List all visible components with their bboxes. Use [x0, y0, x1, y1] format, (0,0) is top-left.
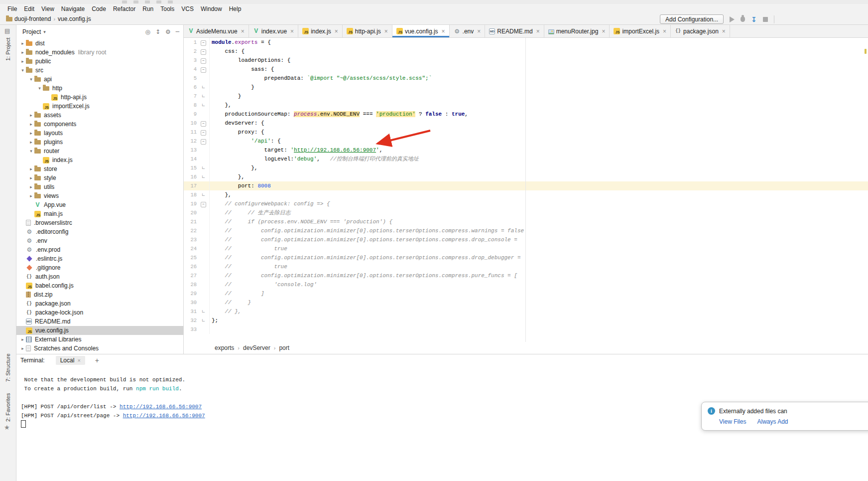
breadcrumb-devserver[interactable]: devServer [243, 344, 270, 351]
stop-icon[interactable] [763, 17, 768, 22]
menu-vcs[interactable]: VCS [178, 4, 197, 13]
fold-icon[interactable]: − [201, 49, 206, 55]
code-line-27[interactable]: 27 // config.optimization.minimizer[0].o… [184, 271, 868, 280]
close-terminal-tab-icon[interactable]: × [77, 357, 80, 363]
close-tab-icon[interactable]: × [241, 28, 245, 35]
menu-tools[interactable]: Tools [157, 4, 178, 13]
code-line-16[interactable]: 16 ∟ }, [184, 172, 868, 181]
tree-chevron[interactable]: ▾ [28, 77, 34, 82]
tree-item-vue-config-js[interactable]: JS vue.config.js [16, 326, 183, 335]
tree-item-gitignore[interactable]: .gitignore [16, 263, 183, 272]
menu-file[interactable]: File [4, 4, 20, 13]
tree-chevron[interactable]: ▸ [28, 140, 34, 145]
menu-help[interactable]: Help [226, 4, 245, 13]
tool-button-2-favorites[interactable]: 2: Favorites [5, 393, 11, 422]
editor-tab-index-js[interactable]: JS index.js × [298, 25, 343, 37]
editor-tab-asidemenu-vue[interactable]: V AsideMenu.vue × [184, 25, 249, 37]
menu-navigate[interactable]: Navigate [58, 4, 88, 13]
tree-item-dist-zip[interactable]: dist.zip [16, 290, 183, 299]
code-line-21[interactable]: 21 // if (process.env.NODE_ENV === 'prod… [184, 217, 868, 226]
tree-item-public[interactable]: ▸ public [16, 57, 183, 66]
tool-button-1-project[interactable]: 1: Project [5, 38, 11, 61]
chevron-down-icon[interactable]: ▾ [43, 29, 46, 34]
tree-chevron[interactable]: ▾ [19, 68, 26, 73]
locate-file-icon[interactable]: ◎ [145, 28, 150, 35]
code-line-24[interactable]: 24 // true [184, 244, 868, 253]
tree-item-app-vue[interactable]: V App.vue [16, 200, 183, 209]
menu-run[interactable]: Run [139, 4, 157, 13]
tree-item-store[interactable]: ▸ store [16, 164, 183, 173]
code-line-31[interactable]: 31 ∟ // }, [184, 307, 868, 316]
tree-item-editorconfig[interactable]: ⚙ .editorconfig [16, 227, 183, 236]
code-line-32[interactable]: 32 ∟ }; [184, 316, 868, 325]
code-line-10[interactable]: 10 − devServer: { [184, 119, 868, 128]
tree-item-eslintrc-js[interactable]: .eslintrc.js [16, 254, 183, 263]
fold-icon[interactable]: − [201, 67, 206, 73]
fold-icon[interactable]: − [201, 121, 206, 127]
tree-item-package-lock-json[interactable]: {} package-lock.json [16, 308, 183, 317]
tool-window-icon[interactable]: ▤ [4, 27, 10, 34]
tree-item-browserslistrc[interactable]: .browserslistrc [16, 218, 183, 227]
tree-chevron[interactable]: ▸ [28, 131, 34, 136]
breadcrumb-project[interactable]: duoji-frontend [14, 15, 51, 22]
favorites-star-icon[interactable]: ★ [4, 424, 10, 431]
code-line-19[interactable]: 19 − // configureWebpack: config => { [184, 199, 868, 208]
breadcrumb-port[interactable]: port [279, 344, 289, 351]
fold-icon[interactable]: − [201, 130, 206, 136]
tree-chevron[interactable]: ▸ [28, 122, 34, 127]
tree-item-env-prod[interactable]: ⚙ .env.prod [16, 245, 183, 254]
debug-icon[interactable] [741, 16, 745, 22]
code-line-9[interactable]: 9 productionSourceMap: process.env.NODE_… [184, 110, 868, 119]
tree-item-external-libraries[interactable]: ▸ External Libraries [16, 335, 183, 344]
tree-chevron[interactable]: ▸ [19, 59, 26, 64]
editor-tab-package-json[interactable]: {} package.json × [671, 25, 730, 37]
new-terminal-icon[interactable]: + [95, 356, 99, 364]
tree-item-main-js[interactable]: JS main.js [16, 209, 183, 218]
expand-collapse-icon[interactable]: ↕ [155, 28, 160, 35]
code-line-13[interactable]: 13 target: 'http://192.168.66.56:9007', [184, 146, 868, 155]
tree-item-assets[interactable]: ▸ assets [16, 111, 183, 120]
terminal-link[interactable]: http://192.168.66.56:9007 [120, 404, 202, 410]
tree-item-src[interactable]: ▾ src [16, 66, 183, 75]
breadcrumb-file[interactable]: vue.config.js [58, 15, 91, 22]
tree-chevron[interactable]: ▾ [28, 149, 34, 154]
add-configuration-button[interactable]: Add Configuration... [660, 14, 724, 24]
tree-item-http[interactable]: ▾ http [16, 84, 183, 93]
close-tab-icon[interactable]: × [602, 28, 605, 35]
code-line-25[interactable]: 25 // config.optimization.minimizer[0].o… [184, 253, 868, 262]
code-line-8[interactable]: 8 ∟ }, [184, 101, 868, 110]
code-line-29[interactable]: 29 // ] [184, 289, 868, 298]
tree-item-package-json[interactable]: {} package.json [16, 299, 183, 308]
code-line-22[interactable]: 22 // config.optimization.minimizer[0].o… [184, 226, 868, 235]
breadcrumb-exports[interactable]: exports [215, 344, 234, 351]
code-line-17[interactable]: 17 port: 8008 [184, 181, 868, 190]
menu-edit[interactable]: Edit [20, 4, 38, 13]
tree-item-node-modules[interactable]: ▸ node_modules library root [16, 48, 183, 57]
editor-tab-vue-config-js[interactable]: JS vue.config.js × [392, 25, 450, 37]
tree-item-readme-md[interactable]: MD README.md [16, 317, 183, 326]
tree-chevron[interactable]: ▸ [28, 113, 34, 118]
code-line-12[interactable]: 12 − '/api': { [184, 137, 868, 146]
code-line-11[interactable]: 11 − proxy: { [184, 128, 868, 137]
editor-tab-readme-md[interactable]: MD README.md × [485, 25, 544, 37]
tree-item-plugins[interactable]: ▸ plugins [16, 138, 183, 147]
tree-item-auth-json[interactable]: {} auth.json [16, 272, 183, 281]
code-line-15[interactable]: 15 ∟ }, [184, 163, 868, 172]
code-line-14[interactable]: 14 logLevel:'debug', //控制台终端打印代理前的真实地址 [184, 155, 868, 163]
tree-item-components[interactable]: ▸ components [16, 120, 183, 129]
code-line-2[interactable]: 2 − css: { [184, 47, 868, 56]
editor-tab-index-vue[interactable]: V index.vue × [249, 25, 298, 37]
code-line-6[interactable]: 6 ∟ } [184, 83, 868, 92]
editor-tab-menurouter-jpg[interactable]: menuRouter.jpg × [544, 25, 610, 37]
tool-button-7-structure[interactable]: 7: Structure [5, 353, 11, 382]
tree-chevron[interactable]: ▸ [19, 50, 26, 55]
tree-item-layouts[interactable]: ▸ layouts [16, 129, 183, 138]
menu-view[interactable]: View [38, 4, 58, 13]
tree-item-router[interactable]: ▾ router [16, 147, 183, 156]
code-line-1[interactable]: 1 − module.exports = { [184, 38, 868, 47]
url-in-string[interactable]: http://192.168.66.56:9007 [294, 147, 376, 153]
tree-chevron[interactable]: ▸ [28, 175, 34, 180]
project-panel-title[interactable]: Project [22, 28, 41, 35]
tree-item-scratches-and-consoles[interactable]: ▸ Scratches and Consoles [16, 344, 183, 353]
code-editor[interactable]: 1 − module.exports = { 2 − css: { 3 − lo… [184, 38, 868, 342]
